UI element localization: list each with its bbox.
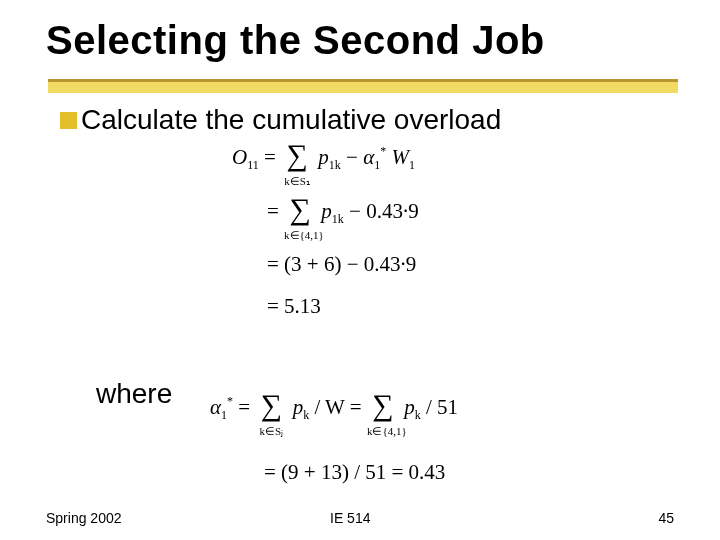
over51: / 51: [426, 395, 458, 419]
sigma-5b: ∑k∈{4,1}: [367, 388, 399, 428]
slide-title: Selecting the Second Job: [46, 18, 545, 63]
sigma2-bot: k∈{4,1}: [284, 229, 316, 242]
p1k-sub: 1k: [329, 158, 341, 172]
sigma-2: ∑k∈{4,1}: [284, 192, 316, 232]
w1: W: [391, 145, 409, 169]
sigma-1: ∑k∈S₁: [281, 138, 313, 178]
equation-line3: = (3 + 6) − 0.43·9: [267, 252, 416, 277]
p1k-2-sub: 1k: [332, 212, 344, 226]
alpha-5: α: [210, 395, 221, 419]
p1k-2: p: [321, 199, 332, 223]
sigma-5a: ∑k∈Sⱼ: [255, 388, 287, 428]
sigma1-bot: k∈S₁: [281, 175, 313, 188]
alpha5-sub: 1: [221, 408, 227, 422]
equals-5a: =: [238, 395, 255, 419]
equation-alpha: α1* = ∑k∈Sⱼ pk / W = ∑k∈{4,1} pk / 51: [210, 388, 458, 428]
pk-5b: p: [404, 395, 415, 419]
equation-line2: = ∑k∈{4,1} p1k − 0.43·9: [267, 192, 419, 232]
equals-1: =: [264, 145, 281, 169]
where-label: where: [96, 378, 172, 410]
bullet-row: Calculate the cumulative overload: [60, 104, 501, 136]
overW: / W =: [314, 395, 367, 419]
alpha1-sub: 1: [374, 158, 380, 172]
alpha1-sup: *: [380, 144, 386, 158]
bullet-text: Calculate the cumulative overload: [81, 104, 501, 136]
pk5b-sub: k: [415, 408, 421, 422]
alpha5-sup: *: [227, 394, 233, 408]
footer-left: Spring 2002: [46, 510, 122, 526]
bullet-square-icon: [60, 112, 77, 129]
equals-2: =: [267, 199, 279, 223]
alpha-1: α: [363, 145, 374, 169]
footer-center: IE 514: [330, 510, 370, 526]
minus-1: −: [346, 145, 358, 169]
rhs-2: − 0.43·9: [349, 199, 419, 223]
equation-alpha-val: = (9 + 13) / 51 = 0.43: [264, 460, 445, 485]
equation-o11: O11 = ∑k∈S₁ p1k − α1* W1: [232, 138, 415, 178]
pk-5a: p: [293, 395, 304, 419]
o11-var: O: [232, 145, 247, 169]
sigma5b-bot: k∈{4,1}: [367, 425, 399, 438]
equation-line4: = 5.13: [267, 294, 321, 319]
p1k: p: [318, 145, 329, 169]
sigma5a-bot: k∈Sⱼ: [255, 425, 287, 438]
pk5a-sub: k: [303, 408, 309, 422]
w1-sub: 1: [409, 158, 415, 172]
o11-sub: 11: [247, 158, 259, 172]
title-rule-light: [48, 82, 678, 93]
footer-page-number: 45: [658, 510, 674, 526]
